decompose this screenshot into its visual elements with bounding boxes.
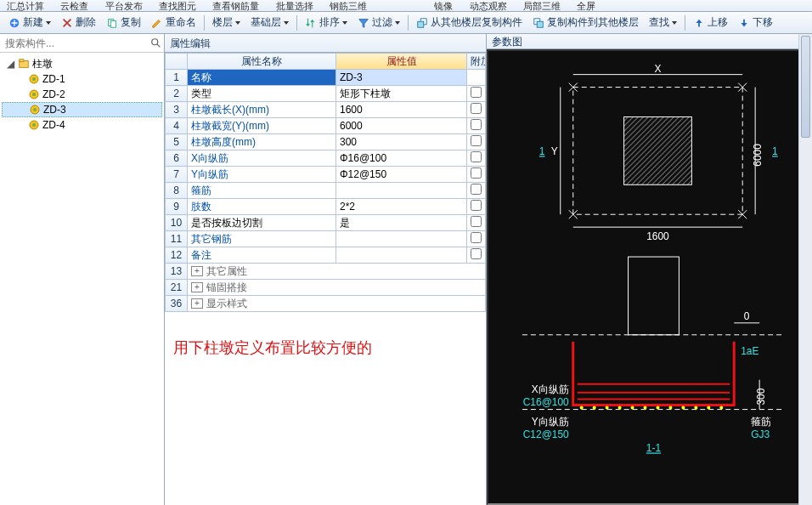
- collapse-icon[interactable]: ◢: [5, 58, 15, 70]
- tree-root[interactable]: ◢ 柱墩: [2, 56, 162, 71]
- search-icon[interactable]: [150, 37, 162, 49]
- property-value[interactable]: Φ12@150: [336, 167, 467, 183]
- property-row[interactable]: 5柱墩高度(mm)300: [166, 134, 486, 150]
- rename-button[interactable]: 重命名: [146, 14, 201, 32]
- property-row[interactable]: 1名称ZD-3: [166, 70, 486, 86]
- attach-checkbox[interactable]: [467, 167, 486, 183]
- row-number: 13: [166, 264, 188, 280]
- property-value[interactable]: [336, 247, 467, 264]
- property-group-row[interactable]: 36+显示样式: [166, 296, 486, 312]
- attach-checkbox[interactable]: [467, 86, 486, 102]
- property-row[interactable]: 6X向纵筋Φ16@100: [166, 150, 486, 167]
- property-group-name[interactable]: +锚固搭接: [188, 280, 486, 296]
- row-number: 1: [166, 70, 188, 86]
- property-value[interactable]: 是: [336, 215, 467, 231]
- sort-icon: [305, 17, 317, 29]
- value-header[interactable]: 属性值: [336, 54, 467, 70]
- property-row[interactable]: 11其它钢筋: [166, 231, 486, 247]
- property-row[interactable]: 12备注: [166, 247, 486, 264]
- property-tab[interactable]: 属性编辑: [165, 34, 486, 53]
- tree-item-zd-3[interactable]: ZD-3: [2, 102, 162, 117]
- property-value[interactable]: 300: [336, 134, 467, 150]
- attach-checkbox[interactable]: [467, 134, 486, 150]
- row-number: 12: [166, 247, 188, 264]
- property-value[interactable]: 矩形下柱墩: [336, 86, 467, 102]
- attach-checkbox[interactable]: [467, 247, 486, 264]
- delete-button[interactable]: 删除: [56, 14, 101, 32]
- property-group-row[interactable]: 13+其它属性: [166, 264, 486, 280]
- property-row[interactable]: 8箍筋: [166, 183, 486, 199]
- name-header[interactable]: 属性名称: [188, 54, 336, 70]
- property-row[interactable]: 4柱墩截宽(Y)(mm)6000: [166, 118, 486, 134]
- arrow-up-icon: [693, 17, 705, 29]
- attach-checkbox[interactable]: [467, 215, 486, 231]
- property-name: 柱墩截宽(Y)(mm): [188, 118, 336, 134]
- property-value[interactable]: [336, 183, 467, 199]
- new-button[interactable]: 新建: [3, 14, 56, 32]
- property-name: 是否按板边切割: [188, 215, 336, 231]
- component-tree-panel: ◢ 柱墩 ZD-1ZD-2ZD-3ZD-4: [0, 34, 165, 505]
- cad-viewport[interactable]: X Y 1600 6000 1 1: [487, 49, 812, 505]
- svg-rect-7: [20, 60, 24, 62]
- filter-button[interactable]: 过滤: [352, 14, 405, 32]
- property-value[interactable]: [336, 231, 467, 247]
- rename-icon: [151, 17, 163, 29]
- property-row[interactable]: 3柱墩截长(X)(mm)1600: [166, 102, 486, 118]
- expand-icon[interactable]: +: [191, 266, 203, 276]
- sort-button[interactable]: 排序: [300, 14, 352, 32]
- property-value[interactable]: 6000: [336, 118, 467, 134]
- label-stirrup: 箍筋: [751, 416, 771, 428]
- attach-header[interactable]: 附加: [467, 54, 486, 70]
- base-floor-button[interactable]: 基础层: [245, 14, 294, 32]
- attach-checkbox[interactable]: [467, 102, 486, 118]
- property-value[interactable]: Φ16@100: [336, 150, 467, 167]
- attach-checkbox[interactable]: [467, 199, 486, 215]
- find-button[interactable]: 查找: [644, 14, 682, 32]
- property-group-name[interactable]: +显示样式: [188, 296, 486, 312]
- copy-to-floor-button[interactable]: 复制构件到其他楼层: [527, 14, 644, 32]
- tree-root-label: 柱墩: [32, 57, 53, 71]
- copy-button[interactable]: 复制: [101, 14, 146, 32]
- search-input[interactable]: [2, 37, 150, 49]
- tree-item-zd-4[interactable]: ZD-4: [2, 117, 162, 133]
- attach-checkbox[interactable]: [467, 231, 486, 247]
- property-row[interactable]: 9肢数2*2: [166, 199, 486, 215]
- property-row[interactable]: 7Y向纵筋Φ12@150: [166, 167, 486, 183]
- delete-icon: [61, 17, 73, 29]
- tree-item-zd-1[interactable]: ZD-1: [2, 71, 162, 87]
- svg-rect-4: [537, 21, 543, 27]
- move-down-button[interactable]: 下移: [733, 14, 778, 32]
- vertical-scrollbar[interactable]: [798, 34, 812, 505]
- label-y-rebar: Y向纵筋: [532, 416, 569, 428]
- expand-icon[interactable]: +: [191, 282, 203, 292]
- component-icon: [30, 105, 40, 115]
- tree-item-label: ZD-1: [42, 73, 65, 85]
- svg-point-44: [681, 406, 685, 410]
- new-icon: [8, 17, 20, 29]
- label-lae: 1aE: [741, 345, 758, 357]
- attach-checkbox[interactable]: [467, 118, 486, 134]
- move-up-button[interactable]: 上移: [688, 14, 733, 32]
- copy-from-floor-button[interactable]: 从其他楼层复制构件: [411, 14, 527, 32]
- property-name: 类型: [188, 86, 336, 102]
- svg-rect-30: [629, 257, 679, 335]
- property-row[interactable]: 10是否按板边切割是: [166, 215, 486, 231]
- scrollbar-thumb[interactable]: [801, 36, 810, 138]
- tree-item-zd-2[interactable]: ZD-2: [2, 87, 162, 102]
- dim-x-label: X: [654, 63, 661, 75]
- property-value[interactable]: ZD-3: [336, 70, 467, 86]
- attach-checkbox[interactable]: [467, 150, 486, 167]
- property-group-name[interactable]: +其它属性: [188, 264, 486, 280]
- component-tree: ◢ 柱墩 ZD-1ZD-2ZD-3ZD-4: [0, 53, 164, 136]
- svg-point-41: [644, 406, 647, 410]
- floor-button[interactable]: 楼层: [207, 14, 245, 32]
- property-value[interactable]: 1600: [336, 102, 467, 118]
- property-row[interactable]: 2类型矩形下柱墩: [166, 86, 486, 102]
- property-value[interactable]: 2*2: [336, 199, 467, 215]
- svg-rect-3: [418, 21, 424, 27]
- expand-icon[interactable]: +: [191, 298, 203, 309]
- property-group-row[interactable]: 21+锚固搭接: [166, 280, 486, 296]
- svg-point-38: [606, 406, 609, 410]
- attach-checkbox[interactable]: [467, 70, 486, 86]
- attach-checkbox[interactable]: [467, 183, 486, 199]
